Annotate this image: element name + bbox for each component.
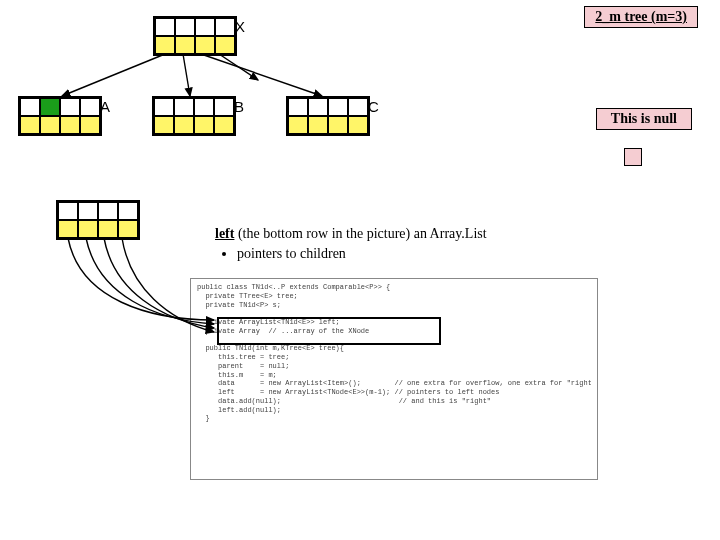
node-label-b: B	[234, 98, 244, 115]
node-label-a: A	[100, 98, 110, 115]
caption-rest: (the bottom row in the picture) an Array…	[234, 226, 486, 241]
tree-node-c	[286, 96, 370, 136]
code-text: public class TN1d<..P extends Comparable…	[197, 283, 591, 423]
code-screenshot: public class TN1d<..P extends Comparable…	[190, 278, 598, 480]
svg-line-2	[201, 54, 322, 96]
svg-line-3	[219, 54, 258, 80]
caption-lead: left	[215, 226, 234, 241]
tree-node-x	[153, 16, 237, 56]
demo-node-left	[56, 200, 140, 240]
null-square	[624, 148, 642, 166]
tree-node-a	[18, 96, 102, 136]
caption-text: left (the bottom row in the picture) an …	[215, 225, 655, 262]
this-is-null-box: This is null	[596, 108, 692, 130]
caption-bullet: pointers to children	[237, 245, 655, 263]
svg-line-1	[183, 54, 190, 96]
diagram-stage: 2_m tree (m=3) This is null X A B C	[0, 0, 720, 540]
title-box: 2_m tree (m=3)	[584, 6, 698, 28]
svg-line-0	[62, 54, 165, 96]
tree-node-b	[152, 96, 236, 136]
node-label-c: C	[368, 98, 379, 115]
node-label-x: X	[235, 18, 245, 35]
